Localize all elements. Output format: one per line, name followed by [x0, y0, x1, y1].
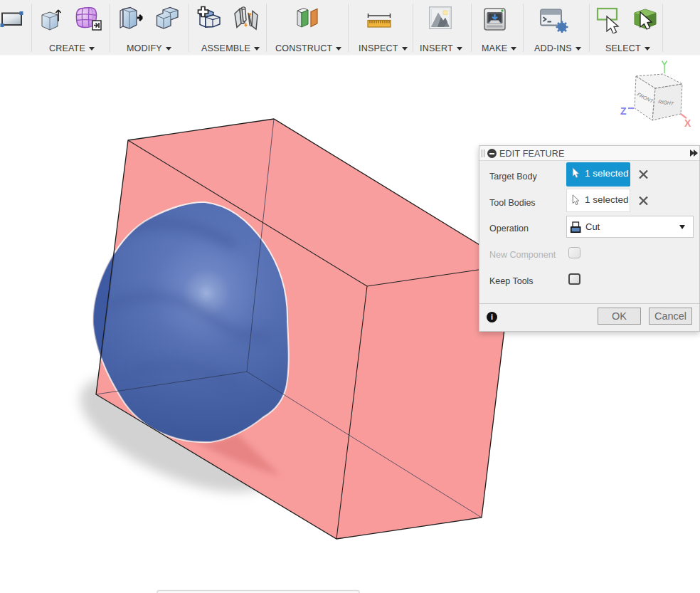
svg-text:Z: Z: [620, 105, 627, 117]
svg-text:X: X: [684, 117, 691, 129]
